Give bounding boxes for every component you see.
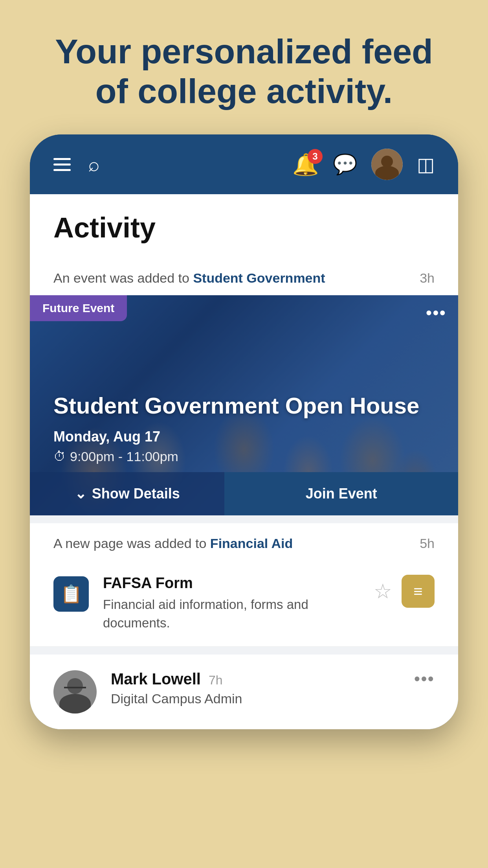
person-time: 7h [209, 673, 223, 688]
event-info: Student Government Open House Monday, Au… [53, 392, 435, 465]
activity-title: Activity [53, 211, 435, 244]
future-event-badge: Future Event [30, 295, 127, 321]
event-title: Student Government Open House [53, 392, 435, 419]
join-event-button[interactable]: Join Event [224, 472, 458, 515]
glasses-detail [64, 687, 86, 690]
person-role: Digital Campus Admin [111, 691, 400, 706]
page-name: FAFSA Form [103, 575, 360, 592]
chat-button[interactable]: 💬 [333, 153, 357, 176]
event-more-button[interactable]: ••• [426, 303, 446, 323]
page-content: FAFSA Form Financial aid information, fo… [103, 575, 360, 632]
person-name: Mark Lowell [111, 670, 201, 688]
chevron-down-icon: ⌄ [75, 485, 86, 502]
event-time: ⏱ 9:00pm - 11:00pm [53, 449, 435, 464]
event-card: Future Event ••• Student Government Open… [30, 295, 458, 515]
feed-meta-time-page: 5h [420, 536, 435, 551]
document-icon: 📋 [61, 584, 82, 604]
hero-section: Your personalized feed of college activi… [24, 31, 464, 111]
clock-icon: ⏱ [53, 449, 66, 464]
feed-meta-event: An event was added to Student Government… [30, 258, 458, 295]
page-actions: ☆ ≡ [374, 575, 435, 608]
financial-aid-link[interactable]: Financial Aid [210, 536, 293, 551]
user-avatar [371, 149, 403, 180]
person-name-row: Mark Lowell 7h [111, 670, 400, 688]
activity-header: Activity [30, 194, 458, 258]
nav-left: ⌕ [53, 154, 100, 174]
person-info: Mark Lowell 7h Digital Campus Admin [111, 670, 400, 706]
feed-item-event: An event was added to Student Government… [30, 258, 458, 515]
student-govt-link[interactable]: Student Government [193, 270, 325, 285]
menu-button[interactable] [53, 158, 71, 171]
notification-badge: 3 [308, 149, 323, 164]
search-button[interactable]: ⌕ [88, 154, 100, 174]
event-actions: ⌄ Show Details Join Event [30, 472, 458, 515]
feed-meta-text-event: An event was added to Student Government [53, 270, 325, 286]
hero-title: Your personalized feed of college activi… [55, 31, 433, 111]
show-details-button[interactable]: ⌄ Show Details [30, 472, 224, 515]
person-avatar [53, 670, 97, 714]
feed-meta-page: A new page was added to Financial Aid 5h [30, 523, 458, 561]
add-to-list-button[interactable]: ≡ [402, 575, 435, 608]
list-icon: ≡ [413, 583, 422, 600]
phone-mockup: ⌕ 🔔 3 💬 ◫ Activity An event was added to [30, 134, 458, 729]
page-icon: 📋 [53, 576, 89, 612]
notebook-button[interactable]: ◫ [417, 153, 435, 175]
nav-right: 🔔 3 💬 ◫ [292, 149, 435, 180]
avatar[interactable] [371, 149, 403, 180]
feed-meta-text-page: A new page was added to Financial Aid [53, 536, 293, 551]
star-button[interactable]: ☆ [374, 581, 392, 601]
post-more-button[interactable]: ••• [414, 670, 435, 688]
event-date: Monday, Aug 17 [53, 428, 435, 445]
person-post: Mark Lowell 7h Digital Campus Admin ••• [30, 655, 458, 729]
feed-meta-time-event: 3h [420, 270, 435, 286]
nav-bar: ⌕ 🔔 3 💬 ◫ [30, 134, 458, 194]
feed-item-page: A new page was added to Financial Aid 5h… [30, 523, 458, 646]
page-description: Financial aid information, forms and doc… [103, 596, 360, 632]
fafsa-page-item: 📋 FAFSA Form Financial aid information, … [30, 561, 458, 646]
content-area: Activity An event was added to Student G… [30, 194, 458, 729]
notification-button[interactable]: 🔔 3 [292, 152, 319, 177]
